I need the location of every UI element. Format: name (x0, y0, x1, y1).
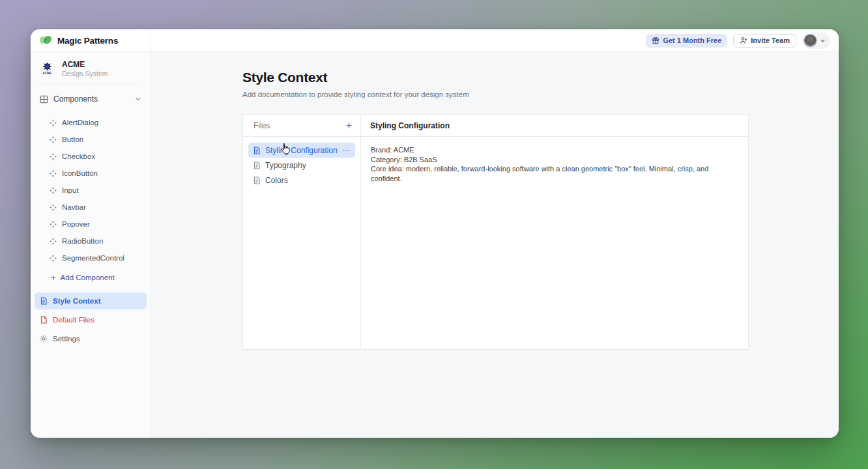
sidebar-item-default-files[interactable]: Default Files (35, 311, 147, 328)
components-header-label: Components (53, 94, 98, 104)
component-diamond-icon (50, 221, 57, 228)
component-label: IconButton (62, 169, 98, 177)
default-files-label: Default Files (53, 316, 94, 324)
workspace-name: ACME (62, 60, 108, 69)
file-item-styling-configuration[interactable]: Styling Configuration ⋯ (248, 143, 355, 158)
avatar (803, 34, 817, 48)
file-item-typography[interactable]: Typography (248, 158, 355, 173)
file-item-colors[interactable]: Colors (248, 173, 355, 188)
body-row: ACME ACME Design System Components (31, 52, 839, 438)
components-list: AlertDialog Button Checkbox IconButton I… (31, 114, 151, 266)
plus-icon: + (51, 274, 56, 282)
component-label: Input (62, 186, 79, 194)
component-label: Checkbox (62, 152, 95, 160)
file-label: Styling Configuration (265, 146, 338, 155)
file-label: Colors (265, 176, 288, 185)
add-component-button[interactable]: + Add Component (31, 269, 151, 286)
files-list: Styling Configuration ⋯ Typography (243, 137, 361, 349)
topbar-actions: Get 1 Month Free Invite Team (151, 29, 839, 51)
topbar: Magic Patterns Get 1 Month Free (31, 29, 839, 52)
magic-patterns-logo-icon (39, 35, 53, 46)
sidebar-item-settings[interactable]: Settings (35, 330, 147, 347)
detail-title: Styling Configuration (370, 121, 450, 130)
account-menu[interactable] (802, 33, 830, 49)
component-diamond-icon (50, 170, 57, 177)
sidebar-item-input[interactable]: Input (31, 182, 151, 199)
content-line: Core idea: modern, reliable, forward-loo… (371, 164, 738, 183)
component-diamond-icon (50, 119, 57, 126)
main-content: Style Context Add documentation to provi… (151, 52, 839, 438)
chevron-down-icon (820, 38, 826, 44)
get-month-free-button[interactable]: Get 1 Month Free (646, 34, 727, 48)
add-file-button[interactable]: + (346, 121, 352, 131)
panel-body: Styling Configuration ⋯ Typography (243, 137, 748, 349)
gear-icon (40, 335, 48, 343)
workspace-subtitle: Design System (62, 70, 108, 78)
style-context-panel: Files + Styling Configuration Styling Co (242, 114, 749, 350)
component-diamond-icon (50, 187, 57, 194)
page-subtitle: Add documentation to provide styling con… (242, 91, 839, 98)
files-panel-header: Files + (243, 115, 361, 136)
chevron-down-icon (135, 96, 141, 102)
page-title: Style Context (242, 70, 839, 85)
file-icon (40, 316, 48, 324)
content-line: Brand: ACME (371, 145, 738, 155)
file-label: Typography (265, 161, 306, 170)
component-diamond-icon (50, 153, 57, 160)
component-diamond-icon (50, 136, 57, 143)
sidebar-item-checkbox[interactable]: Checkbox (31, 148, 151, 165)
sidebar-item-navbar[interactable]: Navbar (31, 199, 151, 216)
person-plus-icon (740, 36, 747, 44)
content-line: Category: B2B SaaS (371, 155, 738, 165)
workspace-switcher[interactable]: ACME ACME Design System (38, 57, 143, 79)
component-label: RadioButton (62, 237, 103, 245)
get-month-free-label: Get 1 Month Free (663, 36, 721, 44)
invite-team-label: Invite Team (751, 36, 790, 44)
component-label: AlertDialog (62, 119, 98, 126)
sidebar-item-button[interactable]: Button (31, 131, 151, 148)
invite-team-button[interactable]: Invite Team (733, 34, 796, 48)
document-icon (40, 297, 48, 305)
sidebar-item-segmentedcontrol[interactable]: SegmentedControl (31, 249, 151, 266)
app-window: Magic Patterns Get 1 Month Free (31, 29, 839, 438)
document-icon (253, 177, 261, 184)
sidebar-divider (38, 83, 143, 83)
document-icon (253, 162, 261, 169)
detail-panel-header: Styling Configuration (361, 115, 748, 136)
gift-icon (652, 36, 659, 44)
acme-logo-text: ACME (42, 72, 51, 75)
document-icon (253, 147, 261, 154)
component-label: SegmentedControl (62, 254, 124, 262)
grid-icon (40, 95, 48, 104)
file-options-button[interactable]: ⋯ (342, 146, 351, 155)
sidebar: ACME ACME Design System Components (31, 52, 151, 438)
add-component-label: Add Component (61, 274, 115, 281)
sidebar-item-iconbutton[interactable]: IconButton (31, 165, 151, 182)
components-section-header[interactable]: Components (31, 92, 151, 106)
sidebar-item-popover[interactable]: Popover (31, 216, 151, 233)
brand-name: Magic Patterns (57, 36, 118, 46)
panel-header: Files + Styling Configuration (243, 115, 748, 137)
component-diamond-icon (50, 204, 57, 211)
files-header-label: Files (253, 121, 270, 130)
sidebar-item-radiobutton[interactable]: RadioButton (31, 233, 151, 249)
component-diamond-icon (50, 238, 57, 245)
file-content[interactable]: Brand: ACME Category: B2B SaaS Core idea… (361, 137, 748, 349)
style-context-label: Style Context (53, 297, 101, 305)
component-label: Navbar (62, 203, 86, 211)
sidebar-item-style-context[interactable]: Style Context (35, 292, 147, 309)
brand-logo-area[interactable]: Magic Patterns (31, 29, 151, 51)
acme-logo-icon: ACME (38, 60, 56, 78)
component-label: Popover (62, 220, 90, 228)
settings-label: Settings (53, 335, 80, 343)
component-label: Button (62, 135, 83, 143)
component-diamond-icon (50, 255, 57, 262)
sidebar-item-alertdialog[interactable]: AlertDialog (31, 114, 151, 131)
